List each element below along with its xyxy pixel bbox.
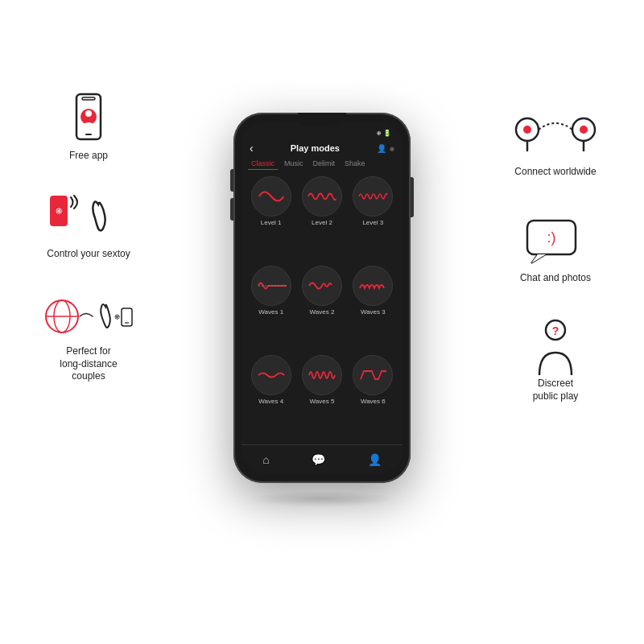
status-icons: ⎈ 🔋 xyxy=(377,129,391,137)
volume-down-button xyxy=(230,198,233,221)
tab-music[interactable]: Music xyxy=(281,158,307,170)
phone-body: ⎈ 🔋 ‹ Play modes 👤 ⎈ Classic Music Delim… xyxy=(233,113,411,483)
mode-label-waves6: Waves 6 xyxy=(361,398,386,405)
app-header: ‹ Play modes 👤 ⎈ xyxy=(242,140,402,158)
mode-waves3[interactable]: Waves 3 xyxy=(350,266,396,350)
mode-level3[interactable]: Level 3 xyxy=(350,176,396,261)
svg-text:⎈: ⎈ xyxy=(56,204,63,217)
profile-nav-icon[interactable]: 👤 xyxy=(368,453,382,466)
feature-free-app: Free app xyxy=(24,97,153,163)
feature-distance: ⎈ Perfect for long-distance couples xyxy=(24,292,153,383)
svg-point-14 xyxy=(523,126,531,134)
mode-label-waves5: Waves 5 xyxy=(310,398,335,405)
modes-grid: Level 1 Level 2 xyxy=(242,173,402,444)
header-icons: 👤 ⎈ xyxy=(377,144,394,153)
bluetooth-icon: ⎈ xyxy=(390,144,394,153)
bluetooth-status-icon: ⎈ xyxy=(377,129,381,137)
mode-label-waves3: Waves 3 xyxy=(361,308,386,316)
mode-waves4[interactable]: Waves 4 xyxy=(248,355,294,440)
distance-icon: ⎈ xyxy=(56,292,121,341)
mode-waves1[interactable]: Waves 1 xyxy=(248,266,294,350)
mode-label-level3: Level 3 xyxy=(362,219,383,226)
svg-rect-1 xyxy=(82,97,95,100)
chat-nav-icon[interactable]: 💬 xyxy=(312,453,325,466)
features-left: Free app ⎈ Control your sextoy xyxy=(24,97,153,383)
free-app-icon xyxy=(56,97,121,145)
control-label: Control your sextoy xyxy=(47,248,130,261)
svg-point-17 xyxy=(580,126,588,134)
svg-text:?: ? xyxy=(552,324,559,337)
free-app-label: Free app xyxy=(69,150,108,163)
phone-screen: ⎈ 🔋 ‹ Play modes 👤 ⎈ Classic Music Delim… xyxy=(242,122,402,473)
home-nav-icon[interactable]: ⌂ xyxy=(262,453,269,466)
chat-label: Chat and photos xyxy=(520,272,591,285)
mode-waves5[interactable]: Waves 5 xyxy=(299,355,345,440)
notch xyxy=(298,113,346,127)
tabs: Classic Music Delimit Shake xyxy=(242,158,402,173)
distance-label: Perfect for long-distance couples xyxy=(60,345,117,383)
tab-delimit[interactable]: Delimit xyxy=(310,158,339,170)
connect-label: Connect worldwide xyxy=(514,166,596,179)
mode-level2[interactable]: Level 2 xyxy=(299,176,345,261)
feature-discreet: ? Discreet public play xyxy=(491,324,620,402)
feature-chat: :) Chat and photos xyxy=(491,219,620,285)
volume-up-button xyxy=(230,169,233,192)
battery-icon: 🔋 xyxy=(383,130,391,137)
mode-level1[interactable]: Level 1 xyxy=(248,176,294,261)
svg-rect-11 xyxy=(122,308,132,326)
mode-label-level1: Level 1 xyxy=(261,219,282,226)
phone-reflection xyxy=(250,491,394,507)
discreet-label: Discreet public play xyxy=(533,378,579,402)
control-icon: ⎈ xyxy=(56,195,121,243)
power-button xyxy=(411,177,414,217)
connect-icon xyxy=(523,113,588,161)
svg-text:⎈: ⎈ xyxy=(114,311,121,322)
svg-text::): :) xyxy=(547,229,556,246)
phone: ⎈ 🔋 ‹ Play modes 👤 ⎈ Classic Music Delim… xyxy=(233,113,411,483)
feature-control: ⎈ Control your sextoy xyxy=(24,195,153,261)
discreet-icon: ? xyxy=(523,324,588,373)
profile-icon: 👤 xyxy=(377,144,386,153)
app-title: Play modes xyxy=(254,143,377,153)
feature-connect: Connect worldwide xyxy=(491,113,620,179)
bottom-nav: ⌂ 💬 👤 xyxy=(242,444,402,473)
tab-shake[interactable]: Shake xyxy=(341,158,369,170)
mode-label-waves4: Waves 4 xyxy=(258,398,283,405)
mode-waves6[interactable]: Waves 6 xyxy=(350,355,396,440)
mode-waves2[interactable]: Waves 2 xyxy=(299,266,345,350)
chat-icon: :) xyxy=(523,219,588,267)
svg-point-3 xyxy=(85,110,92,117)
tab-classic[interactable]: Classic xyxy=(248,158,278,170)
features-right: Connect worldwide :) Chat and photos ? xyxy=(491,113,620,402)
mode-label-level2: Level 2 xyxy=(312,219,332,226)
mode-label-waves2: Waves 2 xyxy=(310,308,335,316)
mode-label-waves1: Waves 1 xyxy=(258,308,283,316)
